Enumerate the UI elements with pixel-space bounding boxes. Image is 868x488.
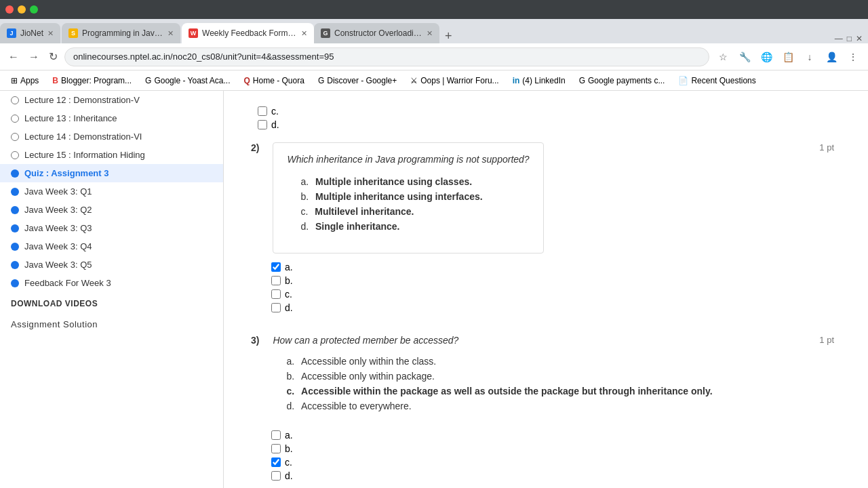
sidebar-item-lecture12[interactable]: Lecture 12 : Demonstration-V xyxy=(0,91,223,109)
question1-remaining-answers: c. d. xyxy=(251,104,841,131)
profile-icon[interactable]: 👤 xyxy=(822,47,841,66)
q2-checkbox-b[interactable] xyxy=(271,276,281,285)
tab-favicon-weekly: W xyxy=(189,28,198,38)
q1-letter-d: d. xyxy=(271,119,279,130)
q3-checkbox-c[interactable] xyxy=(271,458,281,467)
bookmark-quora[interactable]: Q Home - Quora xyxy=(239,75,310,87)
sidebar-label-feedback: Feedback For Week 3 xyxy=(24,278,111,288)
q1-checkbox-d[interactable] xyxy=(258,120,267,129)
sidebar-label-lecture12: Lecture 12 : Demonstration-V xyxy=(24,95,140,105)
q2-checkbox-d[interactable] xyxy=(271,303,281,312)
tab-label-weekly: Weekly Feedback Form - Progran... xyxy=(202,28,297,38)
q2-checkbox-c[interactable] xyxy=(271,289,281,299)
tab-close-jionet[interactable]: ✕ xyxy=(47,29,54,38)
sidebar-item-q5[interactable]: Java Week 3: Q5 xyxy=(0,256,223,274)
q2-option-b-text: Multiple inheritance using interfaces. xyxy=(315,191,483,202)
q2-option-b-letter: b. xyxy=(300,191,309,202)
q2-checkbox-a[interactable] xyxy=(271,262,281,272)
sidebar-item-lecture15[interactable]: Lecture 15 : Information Hiding xyxy=(0,146,223,164)
q3-checkbox-d[interactable] xyxy=(271,471,281,481)
sidebar-item-assignment3[interactable]: Quiz : Assignment 3 xyxy=(0,164,223,182)
bookmark-google-payments-label: Google payments c... xyxy=(588,76,665,85)
bookmark-blogger[interactable]: B Blogger: Program... xyxy=(47,75,137,87)
q2-answer-c: c. xyxy=(271,287,841,301)
forward-button[interactable]: → xyxy=(26,48,42,66)
bookmark-linkedin[interactable]: in (4) LinkedIn xyxy=(507,75,571,87)
q3-checkbox-b[interactable] xyxy=(271,444,281,453)
q2-answer-b-letter: b. xyxy=(285,275,293,286)
tab-favicon-jionet: J xyxy=(7,28,16,38)
sidebar-item-lecture13[interactable]: Lecture 13 : Inheritance xyxy=(0,109,223,127)
close-window-button[interactable]: ✕ xyxy=(856,34,863,43)
browser-chrome: J JioNet ✕ S Programming in Java -- Unit… xyxy=(0,0,868,91)
bookmark-quora-label: Home - Quora xyxy=(253,76,304,85)
q2-answer-b: b. xyxy=(271,274,841,287)
sidebar-label-q2: Java Week 3: Q2 xyxy=(24,205,92,215)
q3-answer-d: d. xyxy=(271,469,841,483)
bookmark-star-icon[interactable]: ☆ xyxy=(713,47,732,66)
bookmark-oops-label: Oops | Warrior Foru... xyxy=(420,76,498,85)
q1-answer-d: d. xyxy=(258,118,841,131)
q3-score: 1 pt xyxy=(819,335,834,345)
tab-programming[interactable]: S Programming in Java -- Unit 5 -... ✕ xyxy=(62,23,180,43)
tab-constructor[interactable]: G Constructor Overloading in Java ✕ xyxy=(314,23,439,43)
address-bar[interactable] xyxy=(64,47,709,66)
q2-option-c-letter: c. xyxy=(300,206,308,217)
new-tab-button[interactable]: + xyxy=(441,29,456,43)
bullet-q5 xyxy=(11,261,19,269)
q2-answer-a-letter: a. xyxy=(285,262,293,272)
bookmark-google-payments[interactable]: G Google payments c... xyxy=(574,75,671,87)
sidebar-section-solution[interactable]: Assignment Solution xyxy=(0,312,223,333)
q1-answer-c: c. xyxy=(258,104,841,118)
question3-block: 3) How can a protected member be accesse… xyxy=(251,335,841,483)
tab-favicon-programming: S xyxy=(68,28,78,38)
sidebar-item-lecture14[interactable]: Lecture 14 : Demonstration-VI xyxy=(0,127,223,146)
sidebar-item-q4[interactable]: Java Week 3: Q4 xyxy=(0,237,223,256)
sidebar-item-q3[interactable]: Java Week 3: Q3 xyxy=(0,219,223,237)
sidebar-item-feedback[interactable]: Feedback For Week 3 xyxy=(0,274,223,292)
tab-label-constructor: Constructor Overloading in Java xyxy=(334,28,422,38)
extension-icon3[interactable]: 📋 xyxy=(778,47,797,66)
q2-answer-a: a. xyxy=(271,260,841,274)
extension-icon1[interactable]: 🔧 xyxy=(735,47,754,66)
sidebar-item-q2[interactable]: Java Week 3: Q2 xyxy=(0,201,223,219)
sidebar-item-q1[interactable]: Java Week 3: Q1 xyxy=(0,182,223,201)
reload-button[interactable]: ↻ xyxy=(46,47,60,66)
q3-answer-c: c. xyxy=(271,455,841,469)
q2-question-box: Which inheritance in Java programming is… xyxy=(273,142,543,253)
title-bar xyxy=(0,0,868,19)
bookmark-recent-questions[interactable]: 📄 Recent Questions xyxy=(673,75,761,87)
q2-option-c-text: Multilevel inheritance. xyxy=(315,206,414,217)
q3-option-d: d. Accessible to everywhere. xyxy=(286,399,712,413)
radio-lecture13 xyxy=(11,115,19,123)
q2-answers: a. b. c. d. xyxy=(251,260,841,314)
tab-close-constructor[interactable]: ✕ xyxy=(427,29,433,38)
extension-icon2[interactable]: 🌐 xyxy=(757,47,776,66)
sidebar-label-lecture13: Lecture 13 : Inheritance xyxy=(24,113,117,123)
bookmark-oops[interactable]: ⚔ Oops | Warrior Foru... xyxy=(405,75,504,87)
bookmark-discover[interactable]: G Discover - Google+ xyxy=(313,75,402,87)
tab-close-programming[interactable]: ✕ xyxy=(167,29,174,38)
tab-close-weekly[interactable]: ✕ xyxy=(301,29,307,38)
bookmark-google-yoast-label: Google - Yoast Aca... xyxy=(154,76,230,85)
menu-icon[interactable]: ⋮ xyxy=(844,47,863,66)
maximize-button[interactable]: □ xyxy=(847,34,852,43)
tab-jionet[interactable]: J JioNet ✕ xyxy=(0,23,60,43)
bookmark-google-yoast[interactable]: G Google - Yoast Aca... xyxy=(140,75,235,87)
radio-lecture12 xyxy=(11,96,19,104)
q3-text: How can a protected member be accessed? xyxy=(273,335,712,346)
sidebar-section-download[interactable]: DOWNLOAD VIDEOS xyxy=(0,292,223,312)
q3-number: 3) xyxy=(251,335,259,346)
bookmark-linkedin-label: (4) LinkedIn xyxy=(522,76,565,85)
sidebar-label-q4: Java Week 3: Q4 xyxy=(24,241,92,251)
minimize-button[interactable]: — xyxy=(835,34,843,43)
q1-checkbox-c[interactable] xyxy=(258,106,267,116)
bookmark-apps[interactable]: ⊞ Apps xyxy=(5,75,44,87)
extension-icon4[interactable]: ↓ xyxy=(800,47,819,66)
q3-checkbox-a[interactable] xyxy=(271,430,281,440)
page-content: Lecture 12 : Demonstration-V Lecture 13 … xyxy=(0,91,868,488)
sidebar-label-lecture15: Lecture 15 : Information Hiding xyxy=(24,150,145,160)
tab-weekly[interactable]: W Weekly Feedback Form - Progran... ✕ xyxy=(182,23,314,43)
bullet-q1 xyxy=(11,188,19,196)
back-button[interactable]: ← xyxy=(5,48,22,66)
